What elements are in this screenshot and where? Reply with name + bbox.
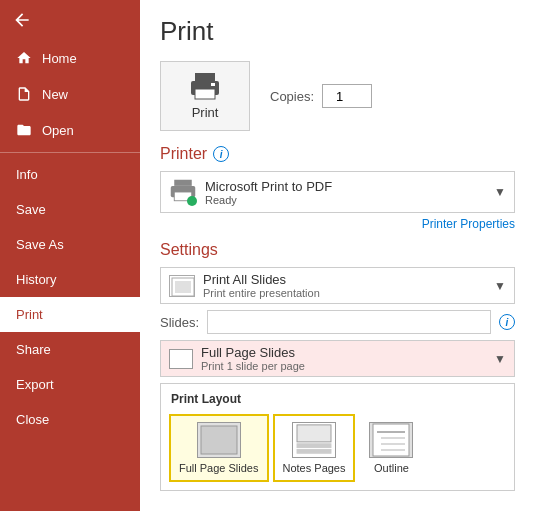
home-icon [16, 50, 32, 66]
sidebar-item-export[interactable]: Export [0, 367, 140, 402]
sidebar-item-home[interactable]: Home [0, 40, 140, 76]
open-icon [16, 122, 32, 138]
layout-option-full-page[interactable]: Full Page Slides [169, 414, 269, 482]
layout-option-notes[interactable]: Notes Pages [273, 414, 356, 482]
printer-info-icon[interactable]: i [213, 146, 229, 162]
sidebar-label-save: Save [16, 202, 46, 217]
printer-properties-link[interactable]: Printer Properties [160, 217, 515, 231]
print-layout-title: Print Layout [169, 392, 506, 406]
printer-icon [189, 73, 221, 101]
print-layout-options: Full Page Slides Notes Pages [169, 414, 506, 482]
new-icon [16, 86, 32, 102]
main-content: Print Print Copies: Printer i [140, 0, 535, 511]
copies-input[interactable] [322, 84, 372, 108]
outline-label: Outline [374, 462, 409, 474]
slides-icon [170, 276, 196, 298]
full-page-label: Full Page Slides [179, 462, 259, 474]
layout-sub: Print 1 slide per page [201, 360, 486, 372]
svg-rect-2 [195, 89, 215, 99]
printer-info: Microsoft Print to PDF Ready [205, 179, 486, 206]
svg-rect-3 [211, 83, 215, 86]
print-layout-popup: Print Layout Full Page Slides [160, 383, 515, 491]
copies-area: Copies: [270, 84, 372, 108]
sidebar-label-history: History [16, 272, 56, 287]
print-button[interactable]: Print [160, 61, 250, 131]
print-range-icon [169, 275, 195, 297]
printer-status-dot [187, 196, 197, 206]
print-range-dropdown[interactable]: Print All Slides Print entire presentati… [160, 267, 515, 304]
sidebar-item-history[interactable]: History [0, 262, 140, 297]
slides-label: Slides: [160, 315, 199, 330]
settings-heading: Settings [160, 241, 515, 259]
sidebar-label-open: Open [42, 123, 74, 138]
sidebar-label-close: Close [16, 412, 49, 427]
copies-label: Copies: [270, 89, 314, 104]
layout-text: Full Page Slides Print 1 slide per page [201, 345, 486, 372]
svg-rect-4 [174, 180, 192, 186]
svg-rect-9 [201, 426, 237, 454]
outline-thumb [369, 422, 413, 458]
back-icon [12, 10, 32, 30]
slides-input[interactable] [207, 310, 491, 334]
sidebar-label-save-as: Save As [16, 237, 64, 252]
sidebar-item-new[interactable]: New [0, 76, 140, 112]
printer-status-icon [169, 178, 197, 206]
page-title: Print [160, 16, 515, 47]
sidebar-divider-1 [0, 152, 140, 153]
sidebar-label-share: Share [16, 342, 51, 357]
full-page-thumb [197, 422, 241, 458]
notes-icon [294, 423, 334, 457]
printer-dropdown-arrow[interactable]: ▼ [494, 185, 506, 199]
layout-option-outline[interactable]: Outline [359, 414, 423, 482]
sidebar-item-close[interactable]: Close [0, 402, 140, 437]
print-button-label: Print [192, 105, 219, 120]
svg-rect-0 [195, 73, 215, 81]
sidebar-label-print: Print [16, 307, 43, 322]
sidebar-item-open[interactable]: Open [0, 112, 140, 148]
outline-icon [371, 422, 411, 458]
sidebar-item-share[interactable]: Share [0, 332, 140, 367]
layout-thumb [169, 349, 193, 369]
printer-heading: Printer i [160, 145, 515, 163]
printer-name: Microsoft Print to PDF [205, 179, 486, 194]
print-action-area: Print Copies: [160, 61, 515, 131]
slides-info-icon[interactable]: i [499, 314, 515, 330]
sidebar-label-export: Export [16, 377, 54, 392]
svg-rect-12 [297, 449, 331, 453]
sidebar-item-print[interactable]: Print [0, 297, 140, 332]
sidebar-label-new: New [42, 87, 68, 102]
layout-main: Full Page Slides [201, 345, 486, 360]
sidebar-item-info[interactable]: Info [0, 157, 140, 192]
sidebar-label-info: Info [16, 167, 38, 182]
sidebar-item-save[interactable]: Save [0, 192, 140, 227]
print-range-sub: Print entire presentation [203, 287, 486, 299]
svg-rect-8 [175, 281, 191, 293]
svg-rect-13 [373, 424, 409, 456]
svg-rect-11 [297, 444, 331, 448]
layout-arrow[interactable]: ▼ [494, 352, 506, 366]
sidebar: Home New Open Info Save Save As History … [0, 0, 140, 511]
svg-rect-10 [297, 425, 331, 442]
slides-row: Slides: i [160, 310, 515, 334]
print-range-main: Print All Slides [203, 272, 486, 287]
notes-label: Notes Pages [283, 462, 346, 474]
sidebar-item-save-as[interactable]: Save As [0, 227, 140, 262]
sidebar-label-home: Home [42, 51, 77, 66]
back-button[interactable] [0, 0, 140, 40]
printer-status: Ready [205, 194, 486, 206]
layout-dropdown[interactable]: Full Page Slides Print 1 slide per page … [160, 340, 515, 377]
print-range-arrow[interactable]: ▼ [494, 279, 506, 293]
full-page-icon [199, 424, 239, 456]
printer-dropdown[interactable]: Microsoft Print to PDF Ready ▼ [160, 171, 515, 213]
print-range-text: Print All Slides Print entire presentati… [203, 272, 486, 299]
notes-thumb [292, 422, 336, 458]
